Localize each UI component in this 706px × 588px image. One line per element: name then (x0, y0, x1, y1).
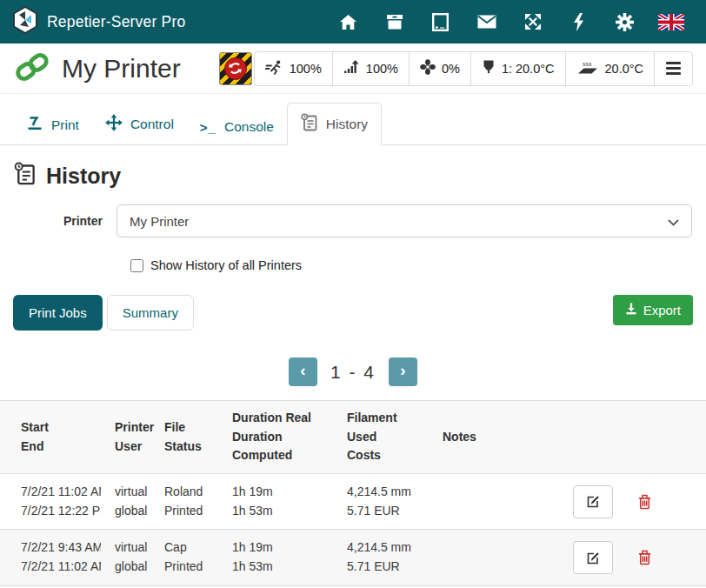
notes-cell (436, 530, 566, 585)
col-duration: Duration RealDuration Computed (225, 401, 340, 474)
speed-badge[interactable]: 100% (255, 52, 332, 85)
printer-select[interactable]: My Printer (117, 204, 692, 237)
print-jobs-button[interactable]: Print Jobs (13, 295, 103, 331)
printer-filter-row: Printer My Printer (0, 203, 706, 237)
heated-bed-icon: sss (576, 59, 599, 77)
download-icon (625, 303, 637, 317)
tab-console[interactable]: >_ Console (187, 110, 287, 144)
col-printer-user: PrinterUser (108, 401, 157, 474)
printer-status-bar: 100% 100% (219, 51, 693, 86)
print-icon (26, 116, 43, 135)
tab-console-label: Console (224, 119, 274, 135)
table-row: 7/2/21 9:43 AM7/2/21 11:02 AM virtualglo… (0, 530, 706, 585)
export-button[interactable]: Export (613, 295, 693, 325)
extruder-temp-value: 1: 20.0°C (502, 62, 555, 76)
navbar-icons (325, 0, 694, 43)
history-heading-icon (14, 162, 37, 190)
emergency-stop-icon (224, 57, 247, 80)
brand[interactable]: Repetier-Server Pro (12, 6, 185, 37)
chevron-down-icon (668, 214, 679, 229)
history-heading: History (0, 145, 706, 203)
chain-link-icon[interactable] (13, 49, 51, 89)
repetier-logo-icon (12, 6, 38, 37)
tab-print-label: Print (51, 117, 79, 133)
show-all-printers-label: Show History of all Printers (150, 258, 302, 272)
archive-box-icon[interactable] (371, 0, 417, 43)
tab-history-label: History (326, 117, 368, 132)
emergency-stop-button[interactable] (219, 52, 252, 85)
printer-header: My Printer (0, 43, 706, 94)
printer-tabs: Print Control >_ Console (0, 94, 706, 145)
tab-control-label: Control (130, 117, 174, 132)
print-jobs-table: StartEnd PrinterUser FileStatus Duration… (0, 400, 706, 588)
history-heading-label: History (46, 164, 121, 189)
show-all-printers-checkbox[interactable] (130, 259, 143, 272)
fan-value: 0% (442, 62, 460, 76)
summary-button[interactable]: Summary (107, 295, 194, 331)
tab-control[interactable]: Control (92, 104, 187, 144)
printer-title: My Printer (62, 54, 181, 84)
printer-badges: 100% 100% (254, 51, 693, 86)
history-toolbar: Print Jobs Summary Export (13, 295, 693, 331)
flow-icon (343, 60, 360, 77)
prev-page-button[interactable]: ‹ (289, 357, 317, 386)
tablet-icon[interactable] (417, 0, 463, 43)
gear-icon[interactable] (602, 0, 648, 43)
page-range: 1 - 4 (330, 362, 376, 383)
history-icon (301, 113, 318, 135)
speed-icon (265, 60, 283, 77)
flow-badge[interactable]: 100% (332, 52, 409, 85)
fan-icon (420, 59, 436, 77)
bolt-icon[interactable] (556, 0, 602, 43)
next-page-button[interactable]: › (389, 357, 417, 386)
edit-notes-button[interactable] (573, 485, 613, 518)
printer-select-label: Printer (0, 214, 117, 228)
extruder-icon (482, 59, 496, 77)
printer-select-value: My Printer (130, 214, 189, 229)
top-navbar: Repetier-Server Pro (0, 0, 706, 43)
col-edit (566, 401, 631, 474)
table-row: 7/2/21 11:02 AM7/2/21 12:22 PM virtualgl… (0, 474, 706, 530)
col-delete (631, 401, 706, 474)
pagination: ‹ 1 - 4 › (0, 357, 706, 386)
control-move-icon (105, 114, 123, 135)
printer-menu-button[interactable] (654, 52, 692, 85)
col-start-end: StartEnd (0, 401, 108, 474)
edit-notes-button[interactable] (573, 541, 613, 574)
col-filament-costs: Filament UsedCosts (340, 401, 436, 474)
console-icon: >_ (200, 120, 216, 135)
col-notes: Notes (436, 401, 566, 474)
tab-history[interactable]: History (287, 103, 382, 145)
bed-temp-value: 20.0°C (605, 62, 644, 76)
fan-badge[interactable]: 0% (409, 52, 470, 85)
mail-icon[interactable] (463, 0, 510, 43)
table-header-row: StartEnd PrinterUser FileStatus Duration… (0, 401, 706, 474)
tab-print[interactable]: Print (13, 106, 92, 144)
expand-icon[interactable] (510, 0, 556, 43)
show-all-printers-row: Show History of all Printers (130, 258, 706, 272)
home-icon[interactable] (325, 0, 371, 43)
svg-text:sss: sss (583, 59, 592, 68)
delete-job-icon[interactable] (638, 550, 651, 565)
speed-value: 100% (290, 62, 322, 76)
bed-temp-badge[interactable]: sss 20.0°C (565, 52, 655, 85)
extruder-temp-badge[interactable]: 1: 20.0°C (470, 52, 565, 85)
flag-uk-icon[interactable] (648, 0, 694, 43)
delete-job-icon[interactable] (638, 494, 651, 510)
col-file-status: FileStatus (157, 401, 225, 474)
flow-value: 100% (366, 62, 398, 76)
export-button-label: Export (643, 303, 681, 317)
notes-cell (436, 474, 566, 530)
brand-title: Repetier-Server Pro (47, 13, 185, 31)
